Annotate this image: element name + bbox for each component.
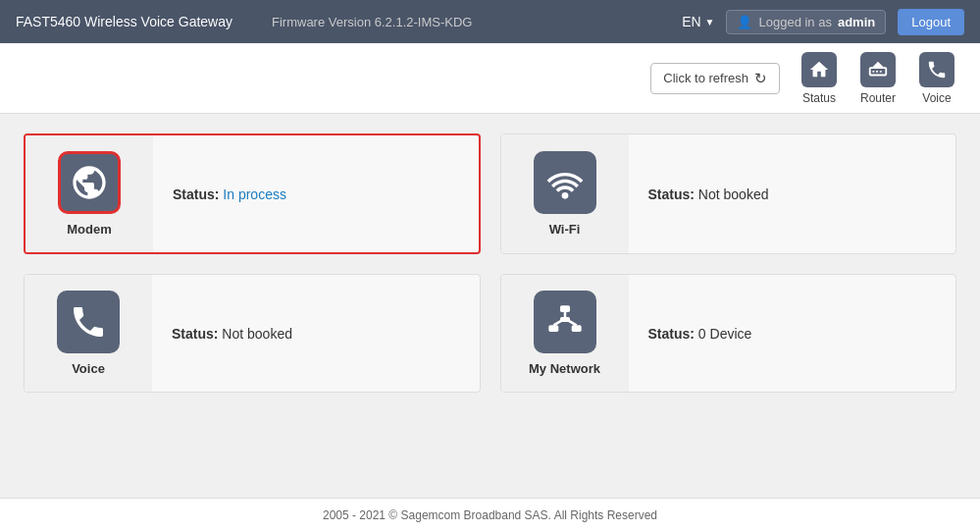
nav-status-label: Status	[802, 91, 836, 105]
nav-router[interactable]: Router	[851, 48, 905, 109]
svg-rect-1	[560, 305, 570, 312]
modem-status-label: Status:	[173, 186, 219, 202]
modem-icon-area: Modem	[26, 135, 153, 252]
svg-point-0	[561, 192, 568, 199]
wifi-widget[interactable]: Wi-Fi Status: Not booked	[500, 133, 957, 254]
logged-in-label: Logged in as	[758, 15, 831, 29]
footer: 2005 - 2021 © Sagemcom Broadband SAS. Al…	[0, 498, 980, 532]
chevron-down-icon: ▼	[705, 17, 715, 27]
footer-text: 2005 - 2021 © Sagemcom Broadband SAS. Al…	[323, 508, 657, 522]
person-icon: 👤	[737, 15, 752, 29]
nav-voice[interactable]: Voice	[909, 48, 964, 109]
mynetwork-status-label: Status:	[648, 326, 695, 342]
main-content: Modem Status: In process Wi-Fi St	[0, 114, 980, 498]
voice-status-label: Status:	[172, 326, 218, 342]
language-label: EN	[682, 14, 700, 29]
wifi-status-value: Not booked	[698, 186, 769, 202]
refresh-icon: ↻	[754, 70, 767, 87]
mynetwork-status-area: Status: 0 Device	[629, 310, 956, 357]
header: FAST5460 Wireless Voice Gateway Firmware…	[0, 0, 980, 43]
wifi-icon-box	[534, 151, 596, 214]
phone-nav-icon	[919, 52, 954, 87]
router-icon	[860, 52, 896, 87]
wifi-status-text: Status: Not booked	[648, 186, 769, 202]
admin-username: admin	[838, 15, 875, 29]
refresh-button[interactable]: Click to refresh ↻	[650, 63, 780, 94]
globe-icon	[70, 163, 109, 202]
voice-icon-box	[57, 291, 120, 353]
svg-rect-7	[560, 317, 570, 322]
voice-widget[interactable]: Voice Status: Not booked	[24, 274, 481, 393]
mynetwork-icon-area: My Network	[501, 275, 629, 392]
top-nav: Click to refresh ↻ Status Router	[0, 43, 980, 114]
logged-in-indicator: 👤 Logged in as admin	[726, 10, 886, 34]
refresh-label: Click to refresh	[663, 71, 748, 85]
mynetwork-status-value: 0 Device	[698, 326, 751, 342]
nav-voice-label: Voice	[922, 91, 951, 105]
mynetwork-label: My Network	[529, 361, 600, 376]
voice-label: Voice	[72, 361, 105, 376]
home-icon	[801, 52, 837, 87]
wifi-status-area: Status: Not booked	[629, 171, 956, 218]
modem-widget[interactable]: Modem Status: In process	[24, 133, 481, 254]
network-icon	[545, 302, 585, 342]
modem-status-value: In process	[223, 186, 286, 202]
nav-icons-group: Status Router Voice	[792, 48, 964, 109]
wifi-icon	[545, 163, 585, 202]
language-selector[interactable]: EN ▼	[682, 14, 714, 29]
voice-status-value: Not booked	[222, 326, 292, 342]
wifi-status-label: Status:	[648, 186, 695, 202]
modem-status-text: Status: In process	[173, 186, 286, 202]
logout-button[interactable]: Logout	[898, 9, 964, 35]
phone-icon	[69, 302, 108, 342]
nav-router-label: Router	[860, 91, 896, 105]
modem-label: Modem	[67, 222, 112, 237]
voice-status-area: Status: Not booked	[152, 310, 480, 357]
modem-status-area: Status: In process	[153, 171, 479, 218]
svg-rect-2	[548, 325, 558, 332]
header-right: EN ▼ 👤 Logged in as admin Logout	[682, 9, 964, 35]
wifi-icon-area: Wi-Fi	[501, 134, 629, 253]
header-firmware: Firmware Version 6.2.1.2-IMS-KDG	[272, 15, 472, 29]
mynetwork-status-text: Status: 0 Device	[648, 326, 752, 342]
voice-icon-area: Voice	[25, 275, 152, 392]
mynetwork-icon-box	[534, 291, 596, 353]
nav-status[interactable]: Status	[792, 48, 847, 109]
header-title: FAST5460 Wireless Voice Gateway	[16, 14, 232, 29]
voice-status-text: Status: Not booked	[172, 326, 292, 342]
mynetwork-widget[interactable]: My Network Status: 0 Device	[500, 274, 957, 393]
wifi-label: Wi-Fi	[549, 222, 581, 237]
modem-icon-box	[58, 151, 121, 214]
svg-rect-3	[571, 325, 581, 332]
